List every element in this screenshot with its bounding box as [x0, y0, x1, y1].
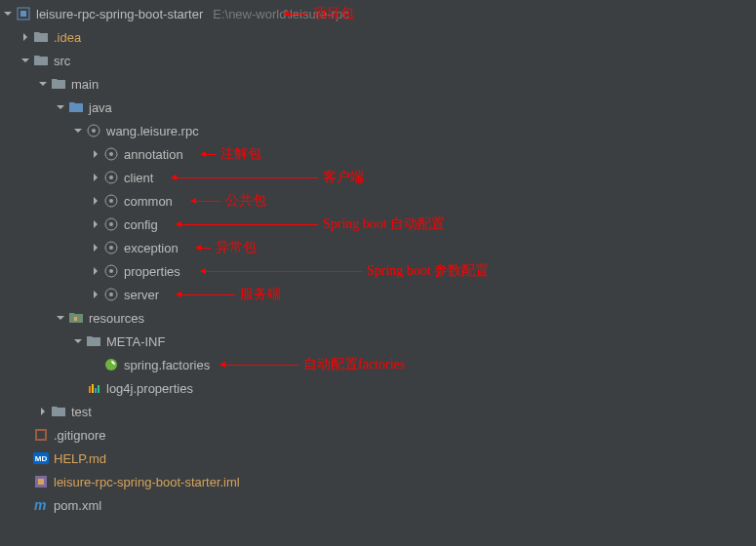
expand-arrow[interactable]: [18, 29, 33, 45]
project-tree: leisure-rpc-spring-boot-starter E:\new-w…: [0, 0, 756, 519]
package-label: client: [124, 171, 153, 185]
folder-label: main: [71, 77, 99, 92]
file-label: HELP.md: [54, 451, 106, 466]
folder-icon: [86, 333, 101, 349]
expand-arrow[interactable]: [18, 53, 33, 68]
expand-arrow[interactable]: [88, 170, 103, 185]
expand-arrow[interactable]: [35, 404, 51, 419]
tree-item-exception[interactable]: exception 异常包: [0, 236, 756, 259]
package-icon: [103, 263, 119, 279]
expand-arrow[interactable]: [88, 193, 103, 209]
tree-item-config[interactable]: config Spring boot 自动配置: [0, 213, 756, 236]
tree-item-gitignore[interactable]: .gitignore: [0, 423, 756, 447]
expand-arrow[interactable]: [88, 263, 103, 279]
expand-arrow[interactable]: [53, 310, 68, 326]
package-icon: [103, 146, 119, 162]
tree-item-common[interactable]: common 公共包: [0, 189, 756, 213]
project-name: leisure-rpc-spring-boot-starter: [36, 7, 203, 21]
file-label: leisure-rpc-spring-boot-starter.iml: [54, 475, 240, 489]
file-label: pom.xml: [54, 498, 101, 513]
expand-arrow[interactable]: [88, 240, 103, 255]
package-icon: [86, 123, 101, 138]
git-icon: [33, 427, 49, 443]
package-icon: [103, 240, 119, 255]
resources-folder-icon: [68, 310, 84, 326]
tree-item-idea[interactable]: .idea: [0, 25, 756, 49]
annotation-properties: Spring boot 参数配置: [367, 262, 489, 280]
folder-label: src: [54, 54, 70, 68]
maven-icon: [33, 497, 49, 513]
expand-arrow[interactable]: [88, 216, 103, 232]
annotation-server: 服务端: [240, 286, 281, 303]
tree-item-src[interactable]: src: [0, 49, 756, 72]
folder-label: test: [71, 405, 92, 419]
annotation-common: 公共包: [225, 192, 266, 210]
expand-arrow[interactable]: [0, 6, 16, 21]
expand-arrow[interactable]: [70, 123, 86, 138]
expand-arrow[interactable]: [70, 333, 86, 349]
package-label: properties: [124, 264, 180, 279]
tree-item-resources[interactable]: resources: [0, 306, 756, 330]
tree-item-main[interactable]: main: [0, 72, 756, 96]
tree-item-client[interactable]: client 客户端: [0, 166, 756, 189]
tree-item-annotation[interactable]: annotation 注解包: [0, 142, 756, 166]
annotation-client: 客户端: [323, 169, 364, 186]
annotation-root: 项目包: [313, 5, 354, 22]
expand-arrow[interactable]: [88, 146, 103, 162]
annotation-springfactories: 自动配置factories: [303, 356, 405, 373]
package-label: server: [124, 288, 159, 302]
folder-icon: [33, 29, 49, 45]
package-label: config: [124, 217, 158, 232]
file-label: .gitignore: [54, 428, 105, 443]
package-label: wang.leisure.rpc: [106, 124, 199, 138]
folder-icon: [33, 53, 49, 68]
tree-item-iml[interactable]: leisure-rpc-spring-boot-starter.iml: [0, 470, 756, 493]
package-icon: [103, 287, 119, 302]
spring-icon: [103, 357, 119, 372]
package-icon: [103, 216, 119, 232]
folder-label: resources: [89, 311, 144, 326]
module-icon: [16, 6, 31, 21]
tree-item-properties[interactable]: properties Spring boot 参数配置: [0, 259, 756, 283]
iml-icon: [33, 474, 49, 489]
annotation-config: Spring boot 自动配置: [323, 215, 445, 233]
tree-item-server[interactable]: server 服务端: [0, 283, 756, 306]
annotation-exception: 异常包: [216, 239, 257, 256]
tree-item-java[interactable]: java: [0, 96, 756, 119]
tree-item-log4j[interactable]: log4j.properties: [0, 376, 756, 400]
tree-item-test[interactable]: test: [0, 400, 756, 423]
tree-item-helpmd[interactable]: MD HELP.md: [0, 447, 756, 470]
annotation-annotation: 注解包: [220, 145, 261, 163]
folder-icon: [51, 404, 66, 419]
package-icon: [103, 193, 119, 209]
tree-item-package[interactable]: wang.leisure.rpc: [0, 119, 756, 142]
source-folder-icon: [68, 99, 84, 115]
package-icon: [103, 170, 119, 185]
properties-icon: [86, 380, 101, 396]
expand-arrow[interactable]: [35, 76, 51, 92]
folder-label: META-INF: [106, 334, 165, 349]
expand-arrow[interactable]: [88, 287, 103, 302]
package-label: annotation: [124, 147, 183, 162]
folder-label: java: [89, 100, 112, 115]
package-label: exception: [124, 241, 179, 255]
tree-item-metainf[interactable]: META-INF: [0, 330, 756, 353]
markdown-icon: MD: [33, 450, 49, 466]
package-label: common: [124, 194, 173, 209]
file-label: log4j.properties: [106, 381, 193, 396]
tree-item-springfactories[interactable]: spring.factories 自动配置factories: [0, 353, 756, 376]
tree-item-root[interactable]: leisure-rpc-spring-boot-starter E:\new-w…: [0, 2, 756, 25]
tree-item-pom[interactable]: pom.xml: [0, 493, 756, 517]
file-label: spring.factories: [124, 358, 210, 372]
folder-label: .idea: [54, 30, 81, 45]
folder-icon: [51, 76, 66, 92]
expand-arrow[interactable]: [53, 99, 68, 115]
